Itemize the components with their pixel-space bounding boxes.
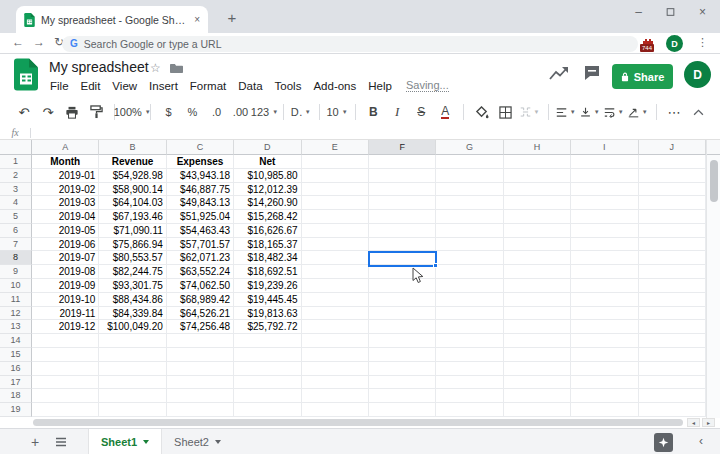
menu-view[interactable]: View	[106, 80, 143, 92]
menu-format[interactable]: Format	[184, 80, 232, 92]
cell-G3[interactable]	[436, 183, 503, 197]
row-header-8[interactable]: 8	[0, 251, 32, 265]
cell-C6[interactable]: $54,463.43	[167, 224, 234, 238]
browser-profile-avatar[interactable]: D	[666, 35, 683, 52]
text-wrap-button[interactable]: ▼	[604, 101, 624, 123]
cell-I18[interactable]	[571, 389, 638, 403]
cell-G9[interactable]	[436, 265, 503, 279]
cell-D18[interactable]	[234, 389, 301, 403]
cell-I3[interactable]	[571, 183, 638, 197]
cell-H8[interactable]	[504, 251, 571, 265]
cell-E15[interactable]	[302, 348, 369, 362]
cell-A12[interactable]: 2019-11	[32, 307, 99, 321]
print-icon[interactable]	[62, 101, 82, 123]
sheet-menu-arrow-icon[interactable]	[143, 440, 149, 444]
cell-G1[interactable]	[436, 155, 503, 169]
redo-icon[interactable]: ↷	[38, 101, 58, 123]
column-header-G[interactable]: G	[436, 140, 503, 155]
cell-B16[interactable]	[99, 362, 166, 376]
cell-C2[interactable]: $43,943.18	[167, 169, 234, 183]
paint-format-icon[interactable]	[86, 101, 106, 123]
cell-I7[interactable]	[571, 238, 638, 252]
sheet-menu-arrow-icon[interactable]	[215, 440, 221, 444]
collapse-panel-icon[interactable]: ‹	[699, 434, 703, 448]
column-header-H[interactable]: H	[504, 140, 571, 155]
scroll-right-icon[interactable]: ▸	[702, 418, 715, 427]
cell-B1[interactable]: Revenue	[99, 155, 166, 169]
cell-J2[interactable]	[639, 169, 706, 183]
cell-J5[interactable]	[639, 210, 706, 224]
format-currency-button[interactable]: $	[159, 101, 179, 123]
cell-F12[interactable]	[369, 307, 436, 321]
undo-icon[interactable]: ↶	[14, 101, 34, 123]
cell-A7[interactable]: 2019-06	[32, 238, 99, 252]
borders-button[interactable]	[496, 101, 516, 123]
cell-B18[interactable]	[99, 389, 166, 403]
row-header-15[interactable]: 15	[0, 348, 32, 362]
cell-F2[interactable]	[369, 169, 436, 183]
menu-insert[interactable]: Insert	[143, 80, 184, 92]
cell-I1[interactable]	[571, 155, 638, 169]
row-header-14[interactable]: 14	[0, 334, 32, 348]
cell-E3[interactable]	[302, 183, 369, 197]
select-all-corner[interactable]	[0, 140, 32, 155]
cell-H16[interactable]	[504, 362, 571, 376]
cell-H19[interactable]	[504, 403, 571, 417]
format-percent-button[interactable]: %	[183, 101, 203, 123]
text-color-button[interactable]: A	[441, 105, 449, 119]
cell-E1[interactable]	[302, 155, 369, 169]
cell-A6[interactable]: 2019-05	[32, 224, 99, 238]
forward-icon[interactable]: →	[33, 35, 45, 49]
cell-I13[interactable]	[571, 320, 638, 334]
row-header-10[interactable]: 10	[0, 279, 32, 293]
cell-F3[interactable]	[369, 183, 436, 197]
cell-A1[interactable]: Month	[32, 155, 99, 169]
browser-tab[interactable]: My spreadsheet - Google Sheets ×	[16, 6, 208, 33]
cell-H9[interactable]	[504, 265, 571, 279]
cell-E10[interactable]	[302, 279, 369, 293]
hide-menus-icon[interactable]	[688, 101, 708, 123]
cell-J16[interactable]	[639, 362, 706, 376]
cell-D5[interactable]: $15,268.42	[234, 210, 301, 224]
cell-G4[interactable]	[436, 196, 503, 210]
cell-B9[interactable]: $82,244.75	[99, 265, 166, 279]
cell-I10[interactable]	[571, 279, 638, 293]
column-header-J[interactable]: J	[639, 140, 706, 155]
column-header-A[interactable]: A	[32, 140, 99, 155]
cell-J4[interactable]	[639, 196, 706, 210]
cell-G8[interactable]	[436, 251, 503, 265]
row-header-9[interactable]: 9	[0, 265, 32, 279]
window-minimize-button[interactable]: –	[633, 5, 644, 19]
cell-D2[interactable]: $10,985.80	[234, 169, 301, 183]
cell-J14[interactable]	[639, 334, 706, 348]
cell-C11[interactable]: $68,989.42	[167, 293, 234, 307]
cell-A11[interactable]: 2019-10	[32, 293, 99, 307]
cell-A16[interactable]	[32, 362, 99, 376]
cell-G19[interactable]	[436, 403, 503, 417]
cell-D16[interactable]	[234, 362, 301, 376]
cell-I9[interactable]	[571, 265, 638, 279]
cell-E12[interactable]	[302, 307, 369, 321]
column-header-C[interactable]: C	[167, 140, 234, 155]
cell-F7[interactable]	[369, 238, 436, 252]
cell-G5[interactable]	[436, 210, 503, 224]
cell-D7[interactable]: $18,165.37	[234, 238, 301, 252]
address-bar[interactable]: G Search Google or type a URL	[62, 36, 638, 52]
row-header-18[interactable]: 18	[0, 389, 32, 403]
row-header-2[interactable]: 2	[0, 169, 32, 183]
cell-E13[interactable]	[302, 320, 369, 334]
cell-C3[interactable]: $46,887.75	[167, 183, 234, 197]
row-header-19[interactable]: 19	[0, 403, 32, 417]
cell-D8[interactable]: $18,482.34	[234, 251, 301, 265]
cell-A8[interactable]: 2019-07	[32, 251, 99, 265]
decrease-decimal-button[interactable]: .0	[207, 101, 227, 123]
comment-icon[interactable]	[583, 64, 601, 82]
cell-H14[interactable]	[504, 334, 571, 348]
fill-color-button[interactable]	[472, 101, 492, 123]
cell-F15[interactable]	[369, 348, 436, 362]
cell-B4[interactable]: $64,104.03	[99, 196, 166, 210]
cell-J18[interactable]	[639, 389, 706, 403]
cell-C19[interactable]	[167, 403, 234, 417]
cell-I19[interactable]	[571, 403, 638, 417]
cell-I15[interactable]	[571, 348, 638, 362]
